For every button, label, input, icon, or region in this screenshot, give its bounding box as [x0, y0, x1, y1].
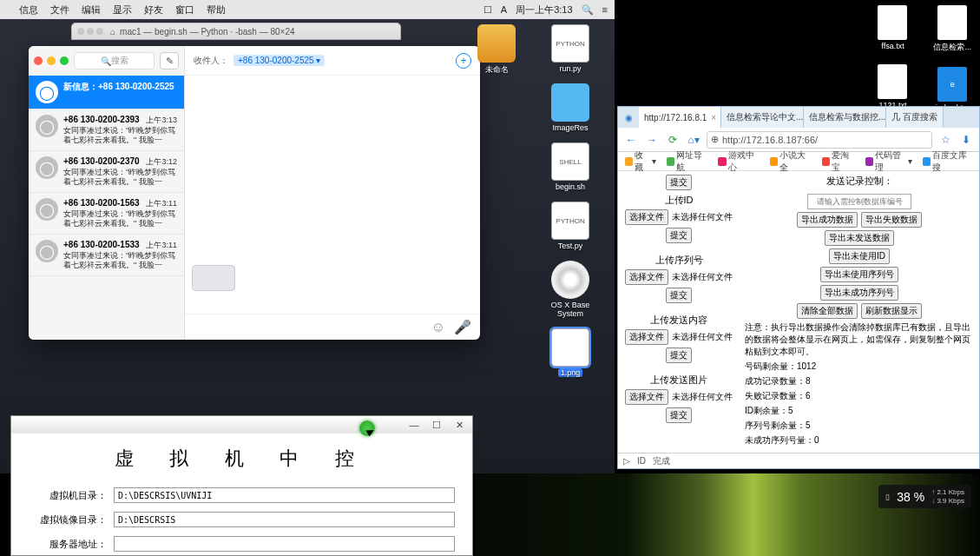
close-button[interactable]: ✕: [453, 420, 465, 431]
win-file-info[interactable]: 信息检索...: [933, 5, 971, 53]
export-button[interactable]: 导出未使用序列号: [820, 267, 898, 282]
clear-button[interactable]: 清除全部数据: [797, 303, 858, 319]
upload-section: 上传发送内容 选择文件 未选择任何文件 提交: [625, 314, 732, 363]
conversation-item[interactable]: ◯ 新信息：+86 130-0200-2525: [29, 76, 184, 109]
compose-button[interactable]: ✎: [160, 52, 179, 70]
choose-file-button[interactable]: 选择文件: [625, 329, 668, 345]
desktop-file-runpy[interactable]: PYTHONrun.py: [551, 24, 589, 73]
favorite-button[interactable]: ☆: [937, 132, 953, 148]
browser-tab[interactable]: 几 百度搜索: [886, 107, 944, 128]
desktop-file-testpy[interactable]: PYTHONTest.py: [551, 202, 589, 250]
home-button[interactable]: ⌂▾: [686, 132, 701, 148]
network-widget[interactable]: ▯ 38 % ↑ 2.1 Kbps ↓ 3.9 Kbps: [878, 485, 971, 508]
close-button[interactable]: [34, 56, 43, 65]
clock[interactable]: 周一上午3:13: [516, 3, 572, 17]
emoji-icon[interactable]: ☺: [431, 320, 445, 335]
microphone-icon[interactable]: 🎤: [454, 319, 471, 335]
export-button[interactable]: 导出失败数据: [861, 212, 922, 228]
maximize-button[interactable]: ☐: [431, 420, 443, 431]
url-input[interactable]: ⊕ http://172.16.8.187:66/: [707, 131, 932, 149]
desktop-file-1png[interactable]: 1.png: [551, 328, 589, 377]
minimize-button[interactable]: —: [408, 420, 420, 430]
bookmark-item[interactable]: 代码管理 ▾: [865, 149, 912, 174]
menu-item[interactable]: 信息: [19, 3, 38, 17]
menu-item[interactable]: 文件: [50, 3, 69, 17]
submit-button[interactable]: 提交: [666, 407, 692, 423]
desktop-file-beginsh[interactable]: SHELLbegin.sh: [551, 142, 589, 191]
status-id-icon: ▷: [623, 456, 630, 466]
choose-file-button[interactable]: 选择文件: [625, 389, 668, 405]
browser-tab[interactable]: 信息检索导论中文...×: [721, 107, 804, 128]
bookmark-item[interactable]: 小说大全: [770, 149, 812, 174]
bookmark-item[interactable]: 游戏中心: [718, 149, 760, 174]
input-menu-icon[interactable]: ☐: [483, 4, 492, 16]
avatar-icon: ◯: [36, 156, 58, 179]
game-icon: [718, 157, 726, 166]
browser-tab[interactable]: 信息检索与数据挖...×: [804, 107, 886, 128]
vm-dir-label: 虚拟机目录：: [29, 489, 107, 502]
bookmark-item[interactable]: 收藏 ▾: [625, 149, 656, 174]
cursor-icon: [359, 420, 375, 436]
db-number-input[interactable]: [807, 194, 911, 209]
drive-icon: [477, 24, 516, 63]
terminal-window-titlebar[interactable]: ⌂ mac1 — begin.sh — Python · -bash — 80×…: [71, 23, 401, 40]
back-button[interactable]: ←: [623, 132, 639, 148]
desktop-disc-osx[interactable]: OS X Base System: [538, 261, 602, 318]
text-file-icon: [878, 64, 907, 99]
submit-button[interactable]: 提交: [666, 288, 692, 303]
recipient-pill[interactable]: +86 130-0200-2525 ▾: [233, 55, 325, 66]
menu-item[interactable]: 窗口: [175, 3, 194, 17]
download-speed: ↓ 3.9 Kbps: [931, 497, 964, 505]
conversation-item[interactable]: ◯ +86 130-0200-1533上午3:11 女同事凑过来说："昨晚梦到你…: [29, 235, 184, 276]
menu-item[interactable]: 显示: [113, 3, 132, 17]
spotlight-icon[interactable]: 🔍: [582, 4, 594, 16]
conversation-item[interactable]: ◯ +86 130-0200-2393上午3:13 女同事凑过来说："昨晚梦到你…: [29, 109, 184, 151]
submit-button[interactable]: 提交: [666, 228, 692, 243]
vm-titlebar[interactable]: — ☐ ✕: [11, 416, 472, 434]
forward-button[interactable]: →: [644, 132, 660, 148]
export-button[interactable]: 导出未成功序列号: [820, 285, 898, 301]
export-button[interactable]: 导出未使用ID: [829, 248, 890, 264]
add-recipient-button[interactable]: +: [456, 53, 471, 69]
message-attachment[interactable]: [192, 265, 235, 291]
reload-button[interactable]: ⟳: [665, 132, 681, 148]
browser-tab[interactable]: http://172.16.8.1×: [639, 107, 721, 128]
bookmark-item[interactable]: 网址导航: [667, 149, 708, 174]
minimize-button[interactable]: [47, 56, 56, 65]
menu-item[interactable]: 好友: [144, 3, 163, 17]
menu-item[interactable]: 编辑: [82, 3, 101, 17]
conversation-item[interactable]: ◯ +86 130-0200-2370上午3:12 女同事凑过来说："昨晚梦到你…: [29, 151, 184, 193]
zoom-button[interactable]: [60, 56, 69, 65]
desktop-folder-imageres[interactable]: ImageRes: [551, 83, 589, 132]
menu-item[interactable]: 帮助: [207, 3, 226, 17]
icon-label: OS X Base System: [538, 301, 602, 318]
close-tab-icon[interactable]: ×: [711, 113, 716, 122]
bookmark-item[interactable]: 百度文库搜: [923, 149, 972, 174]
download-button[interactable]: ⬇: [958, 132, 974, 148]
section-title: 上传发送图片: [650, 374, 707, 387]
upload-section: 上传序列号 选择文件 未选择任何文件 提交: [625, 254, 732, 303]
menu-extra-icon[interactable]: ≡: [602, 4, 608, 15]
message-body[interactable]: [185, 76, 480, 314]
upload-column: 提交 上传ID 选择文件 未选择任何文件 提交 上传序列号 选择文件 未选择任何…: [618, 171, 740, 453]
search-input[interactable]: 🔍 搜索: [74, 52, 155, 70]
file-icon: [937, 5, 967, 40]
export-button[interactable]: 导出成功数据: [797, 212, 858, 228]
conversation-item[interactable]: ◯ +86 130-0200-1563上午3:11 女同事凑过来说："昨晚梦到你…: [29, 193, 184, 235]
choose-file-button[interactable]: 选择文件: [625, 209, 668, 225]
vm-server-input[interactable]: [114, 536, 455, 552]
export-button[interactable]: 导出未发送数据: [825, 230, 894, 246]
choose-file-button[interactable]: 选择文件: [625, 269, 668, 285]
desktop-drive[interactable]: 未命名: [477, 24, 516, 76]
submit-button[interactable]: 提交: [666, 348, 692, 363]
vm-dir-input[interactable]: [114, 487, 455, 503]
refresh-button[interactable]: 刷新数据显示: [861, 303, 922, 319]
bookmark-item[interactable]: 爱淘宝: [822, 149, 855, 174]
vm-image-dir-input[interactable]: [114, 512, 455, 527]
submit-button[interactable]: 提交: [666, 175, 692, 190]
win-file-1121[interactable]: 1121.txt: [878, 64, 907, 109]
win-file-ffsa[interactable]: ffsa.txt: [878, 5, 907, 50]
sogou-logo-icon[interactable]: ◉: [618, 107, 639, 128]
text-input-icon[interactable]: A: [501, 4, 507, 15]
browser-statusbar: ▷ ID 完成: [618, 453, 979, 468]
